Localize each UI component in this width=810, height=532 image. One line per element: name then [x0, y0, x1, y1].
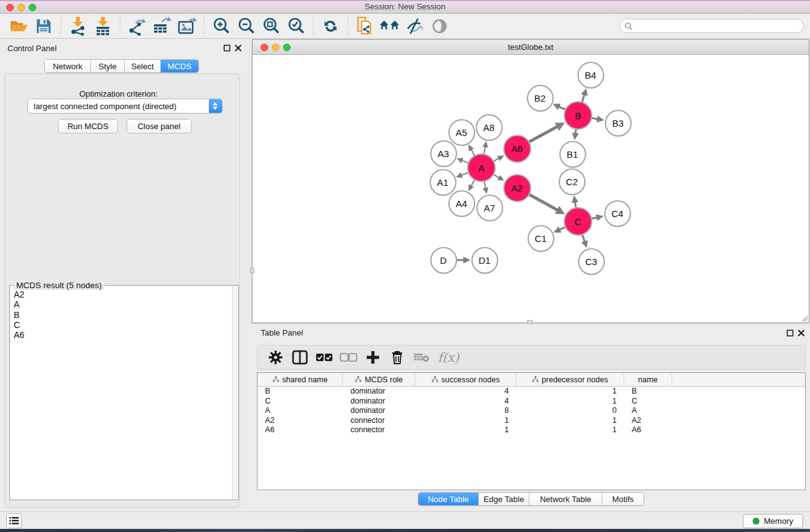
graph-node-A3[interactable]: A3 [430, 140, 457, 167]
table-cell[interactable]: 0 [516, 406, 624, 416]
table-row[interactable]: A2connector11A2 [258, 416, 805, 426]
delete-column-icon[interactable] [388, 348, 407, 367]
column-header-successor-nodes[interactable]: successor nodes [415, 373, 516, 386]
table-cell[interactable]: connector [343, 416, 415, 426]
graph-node-B4[interactable]: B4 [577, 62, 604, 89]
open-session-icon[interactable] [8, 16, 29, 36]
tab-select[interactable]: Select [125, 60, 161, 72]
table-cell[interactable]: dominator [343, 397, 415, 407]
graph-node-A[interactable]: A [467, 153, 496, 182]
table-cell[interactable]: A2 [624, 416, 672, 426]
vertical-splitter-handle[interactable] [250, 268, 254, 273]
table-cell[interactable]: 8 [415, 406, 516, 416]
column-header-MCDS-role[interactable]: MCDS role [343, 373, 415, 386]
save-session-icon[interactable] [33, 16, 54, 36]
zoom-in-icon[interactable] [211, 16, 232, 36]
horizontal-splitter-handle[interactable] [527, 320, 533, 324]
graph-node-C3[interactable]: C3 [578, 248, 605, 275]
tab-mcds[interactable]: MCDS [161, 60, 198, 72]
graph-node-B3[interactable]: B3 [605, 110, 632, 137]
graph-node-A6[interactable]: A6 [503, 135, 531, 163]
tab-style[interactable]: Style [91, 60, 125, 72]
hide-selected-icon[interactable] [404, 16, 425, 36]
new-network-from-selection-icon[interactable] [354, 16, 375, 36]
table-row[interactable]: Cdominator41C [258, 397, 805, 407]
table-cell[interactable]: A6 [258, 425, 343, 435]
result-list-item[interactable]: A2 [14, 289, 238, 299]
table-cell[interactable]: A2 [258, 416, 343, 426]
export-network-icon[interactable] [127, 16, 148, 36]
network-window-titlebar[interactable]: testGlobe.txt [253, 40, 809, 55]
table-cell[interactable]: 1 [415, 416, 516, 426]
result-list-item[interactable]: A [14, 299, 238, 309]
graph-node-B2[interactable]: B2 [527, 85, 554, 112]
column-header-name[interactable]: name [624, 373, 672, 386]
table-cell[interactable]: 4 [415, 387, 516, 397]
column-header-shared-name[interactable]: shared name [258, 373, 343, 386]
deselect-all-rows-icon[interactable] [339, 348, 358, 367]
search-input[interactable] [633, 22, 803, 31]
table-cell[interactable]: 1 [516, 387, 624, 397]
table-cell[interactable]: C [258, 397, 343, 407]
graph-node-A1[interactable]: A1 [430, 169, 456, 196]
graph-node-C[interactable]: C [564, 207, 592, 236]
resize-grip-icon[interactable] [801, 314, 808, 322]
table-row[interactable]: Bdominator41B [258, 387, 805, 397]
table-cell[interactable]: B [258, 387, 343, 397]
delete-table-icon[interactable] [412, 348, 431, 367]
float-panel-icon[interactable] [223, 44, 231, 52]
table-close-panel-icon[interactable] [798, 329, 805, 337]
import-table-icon[interactable] [92, 16, 113, 36]
result-list-item[interactable]: A6 [14, 330, 238, 340]
close-panel-icon[interactable] [234, 44, 242, 52]
result-list-item[interactable]: B [14, 310, 238, 320]
result-list-item[interactable]: C [14, 320, 238, 330]
first-neighbors-icon[interactable] [379, 16, 400, 36]
zoom-fit-icon[interactable] [261, 16, 282, 36]
graph-node-B[interactable]: B [564, 101, 592, 130]
graph-node-C2[interactable]: C2 [559, 168, 586, 195]
table-cell[interactable]: 4 [415, 397, 516, 407]
show-all-icon[interactable] [429, 16, 450, 36]
table-row[interactable]: A6connector11A6 [258, 425, 805, 435]
table-cell[interactable]: 1 [415, 425, 516, 435]
graph-node-A5[interactable]: A5 [448, 119, 475, 146]
criterion-dropdown[interactable]: largest connected component (directed) [27, 99, 223, 114]
import-network-icon[interactable] [67, 16, 89, 36]
graph-node-B1[interactable]: B1 [559, 141, 586, 168]
table-cell[interactable]: dominator [343, 406, 415, 416]
search-field[interactable] [619, 19, 804, 33]
graph-node-A8[interactable]: A8 [476, 114, 503, 141]
export-image-icon[interactable] [176, 16, 198, 36]
graph-node-C4[interactable]: C4 [604, 200, 631, 227]
graph-node-D1[interactable]: D1 [471, 247, 498, 274]
column-browser-icon[interactable] [291, 348, 309, 367]
table-cell[interactable]: A [624, 406, 672, 416]
zoom-out-icon[interactable] [236, 16, 257, 36]
tab-network[interactable]: Network [45, 60, 91, 72]
tab-node-table[interactable]: Node Table [418, 493, 479, 505]
table-cell[interactable]: 1 [516, 416, 624, 426]
table-float-panel-icon[interactable] [786, 329, 794, 337]
graph-node-A4[interactable]: A4 [448, 190, 475, 217]
table-cell[interactable]: A [258, 406, 343, 416]
refresh-icon[interactable] [320, 16, 341, 36]
table-cell[interactable]: B [624, 387, 672, 397]
function-builder-icon[interactable]: f(x) [438, 350, 459, 365]
table-cell[interactable]: connector [343, 425, 415, 435]
graph-node-A2[interactable]: A2 [503, 174, 531, 202]
graph-node-A7[interactable]: A7 [476, 195, 503, 221]
tab-edge-table[interactable]: Edge Table [479, 493, 529, 505]
task-history-button[interactable] [6, 513, 22, 528]
table-cell[interactable]: 1 [516, 397, 624, 407]
select-all-rows-icon[interactable] [315, 348, 334, 367]
run-mcds-button[interactable]: Run MCDS [58, 119, 118, 133]
table-cell[interactable]: C [624, 397, 672, 407]
table-row[interactable]: Adominator80A [258, 406, 805, 416]
graph-node-D[interactable]: D [430, 247, 457, 274]
column-header-predecessor-nodes[interactable]: predecessor nodes [516, 373, 624, 386]
table-cell[interactable]: dominator [343, 387, 415, 397]
export-table-icon[interactable] [152, 16, 173, 36]
memory-button[interactable]: Memory [743, 514, 803, 528]
tab-motifs[interactable]: Motifs [602, 493, 644, 505]
